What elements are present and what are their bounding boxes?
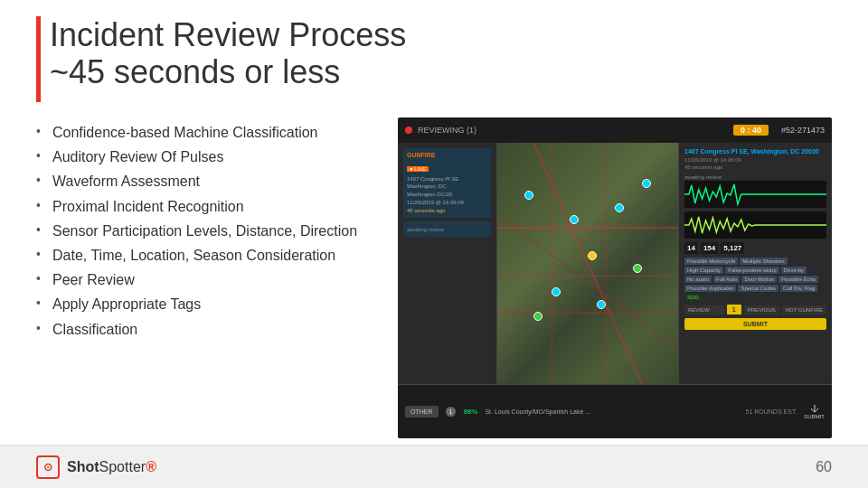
ui-stat-1: 14 bbox=[684, 242, 698, 254]
title-line2: ~45 seconds or less bbox=[50, 53, 406, 90]
ui-tag-4[interactable]: False-positive setup bbox=[725, 267, 778, 274]
ui-timestamp: 11/26/2019 @ 14:36:0945 seconds ago bbox=[407, 199, 487, 214]
title-block: Incident Review Process ~45 seconds or l… bbox=[50, 16, 406, 91]
list-item: Waveform Assessment bbox=[36, 171, 380, 192]
list-item: Auditory Review Of Pulses bbox=[36, 146, 380, 167]
logo-icon: ⊙ bbox=[36, 455, 60, 479]
ui-submit-area: REVIEW 1 PREVIOUS NOT GUNFIRE bbox=[684, 305, 826, 314]
accent-bar bbox=[36, 16, 41, 102]
ui-incident-id: #52-271473 bbox=[781, 126, 825, 135]
ui-previous-btn[interactable]: PREVIOUS bbox=[744, 305, 779, 314]
ui-percentage: 98% bbox=[463, 408, 477, 416]
list-item: Proximal Incident Recognition bbox=[36, 196, 380, 217]
list-item: Classification bbox=[36, 319, 380, 340]
ui-tag-2[interactable]: Multiple Shooters bbox=[740, 258, 787, 265]
svg-line-1 bbox=[497, 215, 678, 348]
map-pin bbox=[597, 300, 606, 309]
ui-bottom-count: 51 ROUNDS EST. bbox=[746, 408, 797, 415]
ui-tag-12[interactable]: Call Div. Flag bbox=[780, 285, 817, 292]
ui-submit-button[interactable]: 1 bbox=[727, 305, 741, 314]
ui-tag-6[interactable]: No audio bbox=[684, 276, 712, 283]
ui-stat-2: 154 bbox=[701, 242, 718, 254]
ui-tag-11[interactable]: Special Codes bbox=[738, 285, 778, 292]
svg-line-0 bbox=[533, 143, 642, 384]
content-area: Confidence-based Machine Classification … bbox=[36, 117, 832, 438]
map-pin bbox=[615, 203, 624, 212]
map-pin bbox=[642, 179, 651, 188]
ui-tag-selected[interactable]: SDD bbox=[684, 294, 702, 301]
ui-tags-section: Possible Motorcycle Multiple Shooters Hi… bbox=[684, 258, 826, 301]
ui-review-btn[interactable]: REVIEW bbox=[684, 305, 724, 314]
ui-waveform-2 bbox=[684, 211, 826, 239]
ui-right-time: 11/26/2019 @ 14:36:0945 seconds ago bbox=[684, 156, 826, 172]
map-road-svg bbox=[497, 143, 678, 384]
ui-stat-3: 5,127 bbox=[721, 242, 744, 254]
ui-tag-8[interactable]: Door Motion bbox=[741, 276, 777, 283]
ui-incident-card: GUNFIRE ● LIVE 1407 Congress Pl SEWashin… bbox=[403, 148, 491, 218]
page-number: 60 bbox=[816, 459, 832, 475]
ui-address: 1407 Congress Pl SEWashington, DCWashing… bbox=[407, 175, 487, 198]
list-item: Apply Appropriate Tags bbox=[36, 294, 380, 314]
footer: ⊙ ShotSpotter® 60 bbox=[0, 445, 868, 488]
ui-count-badge: 1 bbox=[446, 407, 457, 417]
ui-bottom-location: St. Louis County/MO/Spanish Lake ... bbox=[485, 408, 738, 415]
list-item: Date, Time, Location, Season Considerati… bbox=[36, 245, 380, 266]
bullet-list: Confidence-based Machine Classification … bbox=[36, 117, 380, 438]
ui-tag-5[interactable]: Drive-by bbox=[781, 267, 807, 274]
ui-timer: 0 : 40 bbox=[733, 125, 769, 136]
ui-reviewing-label: REVIEWING (1) bbox=[418, 126, 476, 135]
ui-tag-10[interactable]: Possible duplicates bbox=[684, 285, 736, 292]
ui-bottom-nav: SUBMIT bbox=[804, 405, 825, 419]
map-pin bbox=[633, 264, 642, 273]
ui-secondary-text: awaiting review bbox=[407, 226, 487, 233]
ui-tag-9[interactable]: Possible Echo bbox=[778, 276, 818, 283]
ui-submit-label[interactable]: SUBMIT bbox=[684, 318, 826, 330]
list-item: Confidence-based Machine Classification bbox=[36, 122, 380, 143]
ui-right-user: awaiting review bbox=[684, 174, 826, 181]
ui-right-address: 1407 Congress Pl SE, Washington, DC 2002… bbox=[684, 148, 826, 155]
title-line1: Incident Review Process bbox=[50, 16, 406, 53]
ui-submit-small: SUBMIT bbox=[804, 414, 825, 419]
ui-second-card: awaiting review bbox=[403, 221, 491, 237]
ui-tag-7[interactable]: Full Auto bbox=[713, 276, 740, 283]
ui-bottombar: OTHER 1 98% St. Louis County/MO/Spanish … bbox=[398, 384, 832, 438]
screenshot-panel: REVIEWING (1) 0 : 40 #52-271473 GUNFIRE … bbox=[398, 117, 832, 438]
map-pin bbox=[533, 312, 542, 321]
footer-logo: ⊙ ShotSpotter® bbox=[36, 455, 156, 479]
ui-other-label: OTHER bbox=[405, 406, 439, 418]
list-item: Sensor Participation Levels, Distance, D… bbox=[36, 221, 380, 241]
ui-close-icon bbox=[405, 127, 412, 134]
ui-topbar: REVIEWING (1) 0 : 40 #52-271473 bbox=[398, 117, 832, 143]
ui-waveform-1 bbox=[684, 181, 826, 208]
ui-tag-3[interactable]: High Capacity bbox=[684, 267, 723, 274]
logo-text: ShotSpotter® bbox=[67, 459, 156, 475]
ui-active-badge: ● LIVE bbox=[407, 166, 429, 172]
ui-simulation: REVIEWING (1) 0 : 40 #52-271473 GUNFIRE … bbox=[398, 117, 832, 438]
ui-not-gunfire-btn[interactable]: NOT GUNFIRE bbox=[782, 305, 826, 314]
ui-incident-type: GUNFIRE bbox=[407, 152, 487, 158]
list-item: Peer Review bbox=[36, 269, 380, 290]
ui-tag-1[interactable]: Possible Motorcycle bbox=[684, 258, 738, 265]
ui-map bbox=[497, 143, 678, 384]
ui-stats-row: 14 154 5,127 bbox=[684, 242, 826, 254]
